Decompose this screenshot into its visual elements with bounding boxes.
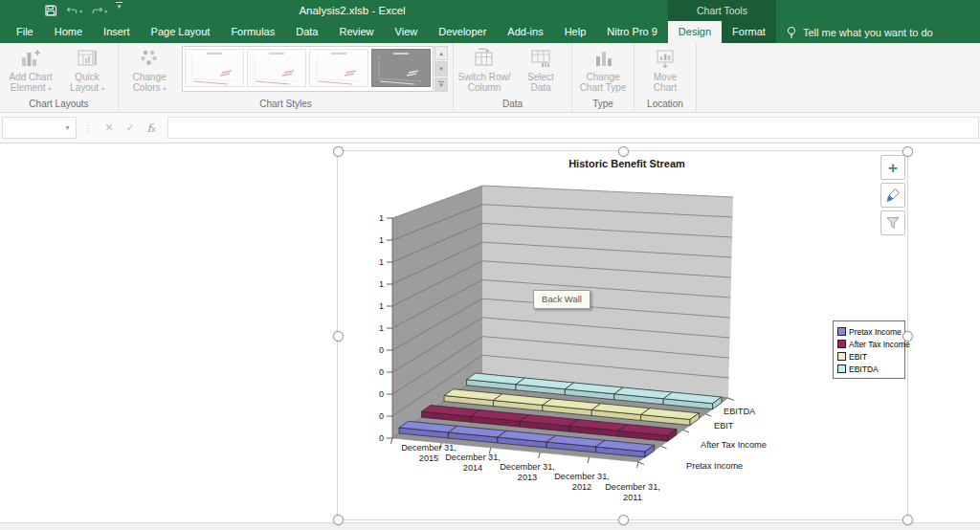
ribbon-group-location: MoveChartLocation bbox=[635, 43, 697, 112]
name-box[interactable]: ▼ bbox=[2, 117, 77, 139]
title-bar: ▾ ▾ ▾ Analysis2.xlsb - Excel Chart Tools bbox=[0, 0, 980, 21]
legend-item-after-tax-income[interactable]: After Tax Income bbox=[837, 338, 904, 350]
svg-text:0: 0 bbox=[379, 433, 384, 443]
contextual-tab-group: DesignFormat bbox=[668, 21, 776, 43]
tell-me-label: Tell me what you want to do bbox=[803, 27, 933, 38]
selection-handle-2[interactable] bbox=[618, 146, 629, 157]
gallery-scroll-up-icon[interactable]: ▲ bbox=[434, 46, 448, 60]
insert-function-button[interactable]: fx bbox=[141, 121, 162, 135]
svg-text:0: 0 bbox=[379, 389, 384, 399]
quick-layout-button[interactable]: QuickLayout ▾ bbox=[59, 45, 115, 97]
tab-review[interactable]: Review bbox=[328, 21, 384, 43]
ribbon-group-label: Location bbox=[637, 99, 693, 112]
chart-canvas[interactable]: 11111100000December 31,2015December 31,2… bbox=[338, 151, 907, 519]
bottom-strip bbox=[0, 522, 980, 530]
chart-style-thumbnail-1[interactable] bbox=[185, 49, 244, 87]
dropdown-caret: ▾ bbox=[48, 86, 51, 92]
change-chart-type-label: ChangeChart Type bbox=[580, 72, 627, 93]
window-title: Analysis2.xlsb - Excel bbox=[299, 0, 405, 21]
legend-item-ebit[interactable]: EBIT bbox=[837, 350, 904, 363]
gallery-more-icon[interactable]: ▼ bbox=[434, 77, 448, 92]
quick-access-toolbar: ▾ ▾ ▾ bbox=[44, 0, 122, 21]
tab-add-ins[interactable]: Add-ins bbox=[497, 21, 553, 43]
select-data-button[interactable]: SelectData bbox=[513, 45, 568, 95]
chart-elements-button[interactable]: + bbox=[880, 155, 905, 180]
selection-handle-8[interactable] bbox=[902, 515, 913, 525]
svg-text:EBIT: EBIT bbox=[714, 421, 734, 431]
chart-filters-button[interactable] bbox=[880, 210, 905, 235]
funnel-icon bbox=[885, 215, 901, 231]
change-chart-type-icon bbox=[591, 47, 614, 70]
svg-text:1: 1 bbox=[379, 323, 384, 333]
tab-nitro-pro-9[interactable]: Nitro Pro 9 bbox=[596, 21, 668, 43]
chart-style-thumbnail-4[interactable] bbox=[371, 49, 431, 87]
legend-item-ebitda[interactable]: EBITDA bbox=[837, 363, 904, 375]
svg-text:1: 1 bbox=[379, 235, 384, 245]
switch-row-column-label: Switch Row/Column bbox=[457, 72, 510, 93]
move-chart-button[interactable]: MoveChart bbox=[637, 45, 693, 95]
selection-handle-5[interactable] bbox=[902, 331, 913, 342]
svg-text:After Tax Income: After Tax Income bbox=[701, 440, 767, 450]
gallery-scroll-down-icon[interactable]: ▼ bbox=[434, 61, 448, 76]
tab-developer[interactable]: Developer bbox=[428, 21, 497, 43]
svg-text:0: 0 bbox=[379, 367, 384, 377]
chart-legend[interactable]: Pretax IncomeAfter Tax IncomeEBITEBITDA bbox=[833, 320, 905, 379]
ribbon-group-data: Switch Row/ColumnSelectDataData bbox=[454, 43, 572, 112]
add-chart-element-button[interactable]: Add ChartElement ▾ bbox=[3, 45, 58, 97]
redo-dropdown-caret[interactable]: ▾ bbox=[104, 8, 107, 14]
move-chart-label: MoveChart bbox=[654, 72, 677, 93]
tab-format[interactable]: Format bbox=[722, 21, 776, 43]
excel-window: { "app": { "title": "Analysis2.xlsb - Ex… bbox=[0, 0, 980, 530]
ribbon-group-type: ChangeChart TypeType bbox=[572, 43, 635, 112]
chart-style-thumbnail-3[interactable] bbox=[309, 49, 368, 87]
svg-text:December 31,: December 31, bbox=[401, 443, 457, 453]
tab-data[interactable]: Data bbox=[285, 21, 328, 43]
selection-handle-6[interactable] bbox=[333, 515, 344, 525]
switch-row-column-icon bbox=[473, 47, 496, 70]
formula-bar: ▼ ⋮ ✕ ✓ fx bbox=[0, 113, 980, 144]
chart-side-buttons: + bbox=[880, 155, 907, 238]
svg-text:1: 1 bbox=[379, 301, 384, 311]
svg-text:2013: 2013 bbox=[518, 473, 537, 482]
tab-file[interactable]: File bbox=[6, 21, 44, 43]
select-data-icon bbox=[529, 47, 552, 70]
cancel-button[interactable]: ✕ bbox=[99, 121, 120, 134]
save-icon[interactable] bbox=[44, 2, 57, 19]
ribbon-tab-row: FileHomeInsertPage LayoutFormulasDataRev… bbox=[0, 21, 980, 43]
tab-page-layout[interactable]: Page Layout bbox=[141, 21, 221, 43]
chart-styles-button[interactable] bbox=[880, 183, 905, 208]
tab-help[interactable]: Help bbox=[554, 21, 597, 43]
name-box-dropdown-caret[interactable]: ▼ bbox=[64, 124, 71, 131]
ribbon-group-chart-styles: ChangeColors ▾ ▲▼▼Chart Styles bbox=[119, 43, 454, 112]
tab-view[interactable]: View bbox=[385, 21, 429, 43]
undo-dropdown-caret[interactable]: ▾ bbox=[79, 8, 82, 14]
tab-formulas[interactable]: Formulas bbox=[220, 21, 285, 43]
legend-item-pretax-income[interactable]: Pretax Income bbox=[837, 325, 904, 338]
tab-insert[interactable]: Insert bbox=[93, 21, 141, 43]
enter-button[interactable]: ✓ bbox=[120, 121, 141, 134]
legend-swatch bbox=[837, 327, 846, 336]
tab-design[interactable]: Design bbox=[668, 21, 722, 43]
chart-style-thumbnail-2[interactable] bbox=[247, 49, 306, 87]
change-colors-button[interactable]: ChangeColors ▾ bbox=[122, 45, 177, 97]
customize-qat-icon[interactable]: ▾ bbox=[116, 2, 122, 19]
backwall-tooltip: Back Wall bbox=[533, 290, 590, 309]
chart-styles-gallery: ▲▼▼ bbox=[182, 46, 448, 92]
svg-text:EBITDA: EBITDA bbox=[724, 407, 756, 416]
formula-input[interactable] bbox=[167, 117, 979, 139]
selection-handle-1[interactable] bbox=[333, 146, 344, 157]
tab-home[interactable]: Home bbox=[44, 21, 93, 43]
chart-title: Historic Benefit Stream bbox=[568, 158, 685, 169]
redo-icon[interactable]: ▾ bbox=[91, 2, 107, 19]
change-chart-type-button[interactable]: ChangeChart Type bbox=[575, 45, 631, 95]
ribbon-group-chart-layouts: Add ChartElement ▾QuickLayout ▾Chart Lay… bbox=[0, 43, 119, 112]
selection-handle-4[interactable] bbox=[333, 331, 344, 342]
chart-object[interactable]: 11111100000December 31,2015December 31,2… bbox=[337, 150, 908, 520]
ribbon-group-label: Chart Styles bbox=[122, 99, 450, 112]
tell-me-box[interactable]: Tell me what you want to do bbox=[776, 21, 943, 43]
svg-text:December 31,: December 31, bbox=[445, 453, 501, 462]
switch-row-column-button[interactable]: Switch Row/Column bbox=[457, 45, 512, 95]
svg-text:December 31,: December 31, bbox=[554, 472, 610, 481]
selection-handle-7[interactable] bbox=[618, 515, 629, 525]
undo-icon[interactable]: ▾ bbox=[66, 2, 82, 19]
